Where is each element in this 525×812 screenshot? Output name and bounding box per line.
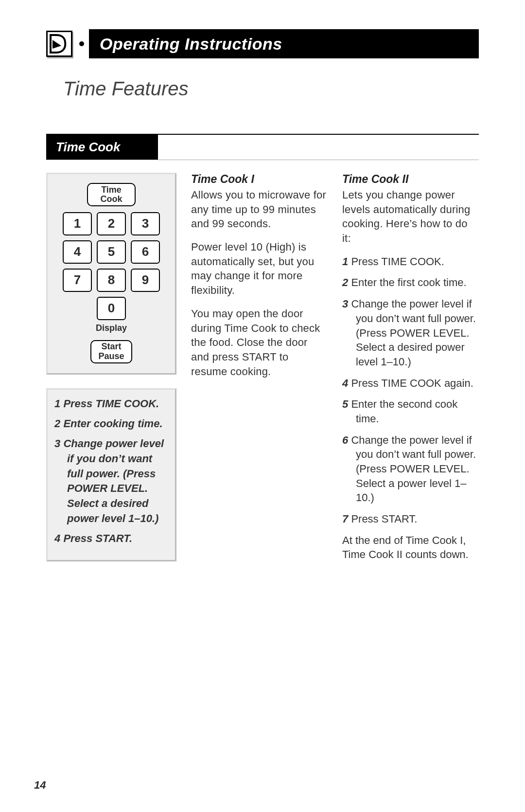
step-number: 7 (342, 513, 348, 525)
step-number: 1 (54, 397, 60, 410)
step-text: Enter cooking time. (63, 417, 162, 430)
timecook2-step: 7 Press START. (342, 512, 479, 526)
keypad-time-cook-button: Time Cook (87, 183, 136, 206)
keypad-key: 8 (97, 269, 126, 292)
right-column: Time Cook II Lets you change power level… (342, 173, 479, 562)
keypad-key: 1 (63, 212, 92, 235)
timecook2-step: 6 Change the power level if you don’t wa… (342, 433, 479, 505)
keypad-start-label: Start (91, 342, 131, 352)
timecook2-step: 2 Enter the first cook time. (342, 275, 479, 290)
section-strip-spacer (158, 135, 479, 160)
step-number: 4 (342, 377, 348, 389)
page-title: Time Features (63, 78, 479, 100)
page-number: 14 (34, 779, 46, 792)
timecook2-heading: Time Cook II (342, 173, 479, 186)
timecook2-step: 5 Enter the second cook time. (342, 397, 479, 426)
keypad-key: 7 (63, 269, 92, 292)
left-steps-box: 1 Press TIME COOK. 2 Enter cooking time.… (46, 388, 176, 561)
left-steps-list: 1 Press TIME COOK. 2 Enter cooking time.… (54, 397, 168, 546)
step-number: 5 (342, 398, 348, 410)
keypad-time-cook-l1: Time (88, 185, 135, 195)
timecook2-step: 3 Change the power level if you don’t wa… (342, 297, 479, 369)
timecook1-p2: Power level 10 (High) is automatically s… (191, 240, 328, 298)
step-text: Press TIME COOK. (63, 397, 159, 410)
step-text: Enter the second cook time. (351, 398, 457, 425)
step-text: Press TIME COOK again. (351, 377, 473, 389)
step-number: 3 (342, 298, 348, 310)
left-column: Time Cook 1 2 3 4 5 6 7 8 9 0 Display (46, 173, 176, 562)
page: Operating Instructions Time Features Tim… (0, 0, 525, 812)
timecook2-step: 4 Press TIME COOK again. (342, 376, 479, 391)
step-number: 6 (342, 434, 348, 446)
keypad-time-cook-l2: Cook (88, 195, 135, 204)
header-row: Operating Instructions (46, 29, 479, 58)
step-number: 4 (54, 532, 60, 544)
timecook2-step: 1 Press TIME COOK. (342, 254, 479, 269)
timecook1-heading: Time Cook I (191, 173, 328, 186)
keypad-key: 4 (63, 240, 92, 264)
step-number: 2 (342, 276, 348, 289)
timecook2-intro: Lets you change power levels automatical… (342, 188, 479, 246)
header-banner-title: Operating Instructions (100, 35, 282, 54)
step-text: Press TIME COOK. (351, 255, 444, 268)
keypad-start-pause-button: Start Pause (90, 340, 132, 364)
content-row: Time Cook 1 2 3 4 5 6 7 8 9 0 Display (46, 173, 479, 562)
left-step: 4 Press START. (54, 531, 168, 546)
left-step: 2 Enter cooking time. (54, 416, 168, 432)
step-number: 1 (342, 255, 348, 268)
middle-column: Time Cook I Allows you to microwave for … (191, 173, 328, 562)
left-step: 1 Press TIME COOK. (54, 397, 168, 412)
arrow-triangle-icon (46, 31, 72, 57)
timecook1-p1: Allows you to microwave for any time up … (191, 188, 328, 231)
keypad-key: 5 (97, 240, 126, 264)
keypad-grid: 1 2 3 4 5 6 7 8 9 0 (55, 212, 167, 320)
keypad-display-label: Display (55, 323, 167, 333)
step-text: Change power level if you don’t want ful… (63, 437, 164, 524)
keypad-key: 6 (131, 240, 160, 264)
section-tab-label: Time Cook (46, 135, 158, 160)
step-text: Change the power level if you don’t want… (351, 298, 476, 368)
keypad-pause-label: Pause (91, 352, 131, 361)
step-number: 2 (54, 417, 60, 430)
keypad-key: 9 (131, 269, 160, 292)
step-text: Press START. (351, 513, 417, 525)
section-strip: Time Cook (46, 134, 479, 160)
step-text: Change the power level if you don’t want… (351, 434, 476, 504)
keypad-key: 2 (97, 212, 126, 235)
step-text: Press START. (63, 532, 132, 544)
separator-dot-icon (79, 41, 84, 46)
step-number: 3 (54, 437, 60, 450)
keypad-key-zero: 0 (97, 297, 126, 320)
left-step: 3 Change power level if you don’t want f… (54, 436, 168, 526)
keypad-key: 3 (131, 212, 160, 235)
timecook2-footer-note: At the end of Time Cook I, Time Cook II … (342, 533, 479, 562)
keypad-illustration: Time Cook 1 2 3 4 5 6 7 8 9 0 Display (46, 173, 176, 375)
timecook1-p3: You may open the door during Time Cook t… (191, 307, 328, 379)
timecook2-steps: 1 Press TIME COOK. 2 Enter the first coo… (342, 254, 479, 526)
header-banner: Operating Instructions (89, 29, 479, 58)
step-text: Enter the first cook time. (351, 276, 466, 289)
